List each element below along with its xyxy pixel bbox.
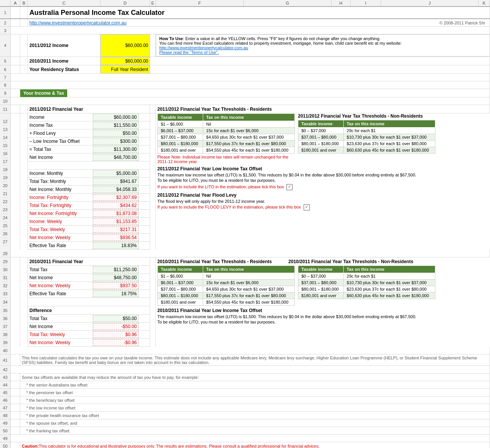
income-2011-input[interactable]: $60,000.00	[100, 34, 150, 57]
col-header-e: E	[150, 0, 156, 6]
lito-2011-checkbox-row: If you want to include the LITO in the e…	[157, 184, 488, 190]
column-header-bar: A B C D E F G H I J K	[0, 0, 490, 7]
fy2011-income-monthly-value: $5,000.00	[93, 170, 139, 177]
diff-totaltax-weekly-label: Total Tax: Weekly	[28, 332, 93, 337]
fy2011-row-totaltax-monthly: Total Tax: Monthly $941.67	[28, 178, 150, 186]
row-num-7: 7	[0, 74, 11, 81]
table-cell-income: $37,001 – $80,000	[158, 286, 203, 293]
fy2011-netincome-fortnightly-value: $1,873.08	[93, 210, 139, 217]
cell-e6-rest	[150, 65, 490, 73]
table-row: $80,001 – $180,000$17,550 plus 37c for e…	[158, 141, 295, 147]
difference-header: Difference	[28, 306, 150, 315]
row-1: 1 Australia Personal Income Tax Calculat…	[0, 7, 490, 19]
cell-row7	[11, 74, 490, 81]
thresh-nonres-2010-title-inline: 2010/2011 Financial Year Tax Thresholds …	[288, 259, 413, 264]
fy2011-effectivetax-label: Effective Tax Rate	[28, 243, 93, 248]
fy2010-effectivetax-row: Effective Tax Rate 18.75%	[28, 290, 150, 298]
caution-row: Caution: This calculator is for educatio…	[20, 442, 490, 448]
offset-row-2: 46* the beneficiary tax offset	[0, 396, 490, 404]
rn-offset-5: 49	[0, 419, 11, 427]
row-num-6: 6	[0, 65, 11, 73]
row-3: 3	[0, 27, 490, 34]
table-cell-income: $6,001 – $37,000	[158, 280, 203, 286]
fy2011-totaltax-label: = Total Tax	[28, 147, 93, 152]
cell-a-offset-6	[11, 427, 20, 434]
offset-item-4: * the private health insurance tax offse…	[20, 412, 490, 419]
col-header-b: B	[20, 0, 28, 6]
table-cell-income: $80,001 – $180,000	[158, 293, 203, 299]
fy2011-income-fortnightly-value: $2,307.69	[93, 194, 139, 201]
rn-32: 32	[3, 282, 7, 290]
rn-offset-2: 46	[0, 396, 11, 404]
table-row: $37,001 – $80,000$4,650 plus 30c for eac…	[158, 286, 295, 293]
disclaimer-text: This free calculator calculates the tax …	[20, 354, 490, 366]
row-num-50: 50	[0, 442, 11, 448]
cell-row10	[11, 97, 490, 105]
table-cell-tax: 15c for each $1 over $6,000	[203, 280, 294, 286]
rn-offset-1: 45	[0, 389, 11, 396]
flood-levy-2011-checkbox[interactable]: ✓	[304, 204, 310, 210]
row-num-43: 43	[0, 374, 11, 381]
table-cell-tax: 29c for each $1	[343, 273, 435, 280]
fy2011-row-13: Income Tax $11,550.00	[28, 121, 150, 129]
thresh-res-2011-label: 2011/2012 Financial Year Tax Thresholds …	[157, 107, 272, 112]
rn-offset-4: 48	[0, 412, 11, 419]
fy2011-income-label: Income	[28, 115, 93, 120]
row-num-4: 4	[0, 34, 11, 57]
caution-bold-label: Caution:	[22, 444, 39, 448]
how-to-link[interactable]: http://www.investmentpropertycalculator.…	[159, 45, 248, 50]
flood-levy-2011-title: 2011/2012 Financial Year Flood Levy	[157, 192, 488, 198]
offset-row-1: 45* the pensioner tax offset	[0, 389, 490, 396]
fy2011-income-value: $60,000.00	[93, 114, 139, 121]
offset-item-0: * the senior Australians tax offset	[20, 381, 490, 388]
cell-e4	[150, 34, 156, 57]
col-header-f: F	[156, 0, 244, 6]
row-43: 43 Some tax offsets are available that m…	[0, 374, 490, 381]
thresh-nonres-2010-col2: Tax on this income	[343, 266, 435, 273]
lito-2011-checkbox-label: If you want to include the LITO in the e…	[157, 184, 284, 189]
cell-a5	[11, 57, 20, 65]
rn-14: 14	[3, 134, 7, 142]
fy2011-totaltax-value: $11,300.00	[93, 146, 139, 153]
cell-row49	[11, 435, 490, 442]
fy2011-row-16: = Total Tax $11,300.00	[28, 146, 150, 154]
rn-18: 18	[3, 166, 7, 174]
thresh-res-2011-col1: Taxable income	[158, 114, 203, 121]
rn-13: 13	[3, 126, 7, 134]
table-cell-income: $6,001 – $37,000	[158, 128, 203, 134]
main-link[interactable]: http://www.investmentpropertycalculator.…	[29, 20, 126, 26]
rn-15: 15	[3, 142, 7, 150]
fy2011-incometax-value: $11,550.00	[93, 122, 139, 129]
row-num-28: 28	[0, 250, 11, 257]
lito-2011-checkbox[interactable]: ✓	[286, 184, 293, 190]
how-to-use-line1: How To Use: Enter a value in all the YEL…	[159, 36, 380, 41]
fy2010-netincome-weekly-label: Net Income: Weekly	[28, 283, 93, 288]
row-num-8: 8	[0, 81, 11, 89]
thresh-res-2010-block: Taxable income Tax on this income $1 – $…	[157, 265, 295, 306]
how-to-line2: You can find more free Excel calculators…	[159, 41, 402, 45]
fy2011-income-weekly-label: Income: Weekly	[28, 219, 93, 224]
residency-input[interactable]: Full Year Resident	[100, 65, 150, 73]
table-row: $37,001 – $80,000$10,730 plus 30c for ea…	[298, 134, 435, 141]
fy2011-netincome-weekly-label: Net Income: Weekly	[28, 235, 93, 240]
offsets-intro: Some tax offsets are available that may …	[20, 374, 490, 381]
fy2011-header: 2011/2012 Financial Year	[28, 105, 150, 113]
fy2011-income-weekly-value: $1,153.85	[93, 218, 139, 225]
income-2010-label: 2010/2011 Income	[28, 57, 100, 65]
rn-12: 12	[3, 118, 7, 126]
thresh-nonres-2011-col1: Taxable income	[298, 120, 344, 128]
terms-link[interactable]: Please read the "Terms of Use".	[159, 50, 219, 55]
thresh-res-2010-header: 2010/2011 Financial Year Tax Thresholds …	[157, 257, 488, 264]
table-cell-tax: 29c for each $1	[343, 128, 435, 134]
table-cell-income: $1 – $6,000	[158, 273, 203, 280]
table-cell-tax: $54,550 plus 45c for each $1 over $180,0…	[203, 147, 294, 154]
fy2010-netincome-label: Net Income	[28, 275, 93, 280]
table-cell-tax: $23,630 plus 37c for each $1 over $80,00…	[343, 286, 435, 293]
col-header-g: G	[244, 0, 332, 6]
fy2011-lito-value: $300.00	[93, 138, 139, 145]
diff-totaltax-row: Total Tax $50.00	[28, 315, 150, 323]
income-2010-input[interactable]: $60,000.00	[100, 57, 150, 65]
table-cell-income: $37,001 – $80,000	[298, 134, 344, 141]
diff-netincome-value: -$50.00	[93, 323, 139, 330]
table-row: $1 – $6,000Nil	[158, 121, 295, 128]
